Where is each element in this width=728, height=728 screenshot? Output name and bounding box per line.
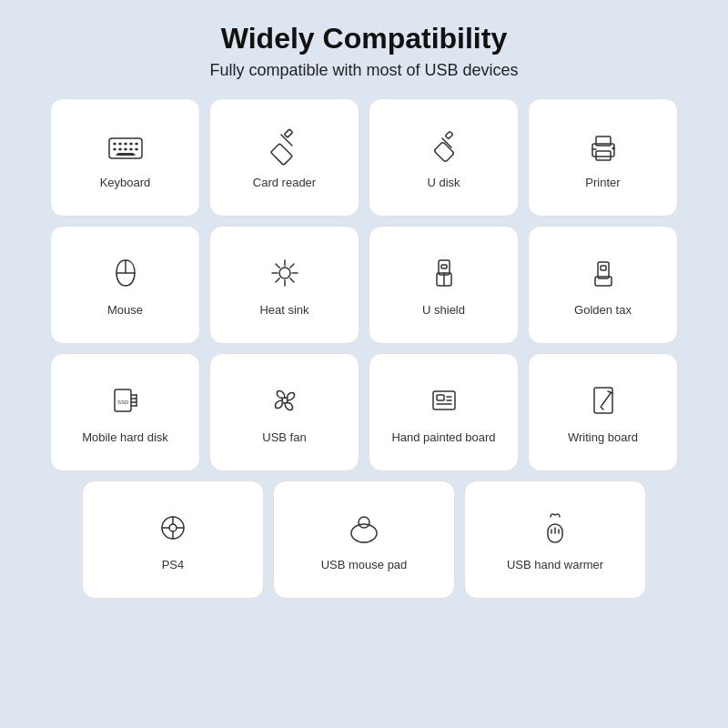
keyboard-icon <box>106 123 146 168</box>
svg-point-17 <box>113 147 116 150</box>
svg-point-19 <box>124 147 126 150</box>
hand-painted-board-label: Hand painted board <box>391 430 495 446</box>
card-usb-fan: USB fan <box>209 353 359 471</box>
ps4-label: PS4 <box>162 558 185 573</box>
golden-tax-label: Golden tax <box>574 303 632 318</box>
card-printer: Printer <box>528 98 678 217</box>
page-subtitle: Fully compatible with most of USB device… <box>209 61 518 80</box>
svg-line-68 <box>601 407 603 410</box>
mobile-hard-disk-label: Mobile hard disk <box>82 430 168 446</box>
card-mouse: Mouse <box>50 226 200 344</box>
writing-board-icon <box>583 378 623 423</box>
card-reader-icon <box>265 123 305 168</box>
printer-label: Printer <box>585 176 620 191</box>
svg-rect-23 <box>270 143 292 165</box>
mouse-label: Mouse <box>107 303 143 318</box>
printer-icon <box>583 123 623 168</box>
usb-fan-icon <box>265 378 305 423</box>
writing-board-label: Writing board <box>568 430 638 446</box>
card-heat-sink: Heat sink <box>209 226 359 344</box>
mouse-icon <box>106 250 146 296</box>
svg-point-13 <box>118 142 121 145</box>
svg-rect-50 <box>601 266 606 270</box>
svg-rect-46 <box>441 265 447 268</box>
card-golden-tax: Golden tax <box>528 226 678 344</box>
svg-rect-22 <box>117 153 134 156</box>
card-writing-board: Writing board <box>528 353 678 471</box>
card-ps4: PS4 <box>82 480 264 599</box>
svg-point-70 <box>169 524 177 531</box>
svg-point-18 <box>118 147 121 150</box>
svg-line-43 <box>289 264 293 268</box>
svg-point-76 <box>359 517 369 528</box>
mobile-hard-disk-icon: SSD <box>106 378 146 423</box>
page-title: Widely Compatibility <box>221 22 507 56</box>
svg-line-41 <box>276 264 279 268</box>
card-u-disk: U disk <box>369 98 519 217</box>
svg-point-16 <box>135 142 137 145</box>
card-usb-hand-warmer: USB hand warmer <box>464 480 646 599</box>
grid-row-4: PS4 USB mouse pad USB han <box>18 480 710 599</box>
grid-row-2: Mouse Heat sink <box>18 226 710 344</box>
device-grid: Keyboard Card reader U disk <box>18 98 710 599</box>
card-usb-mouse-pad: USB mouse pad <box>273 480 455 599</box>
usb-mouse-pad-icon <box>344 505 384 551</box>
card-reader-label: Card reader <box>253 176 316 191</box>
card-hand-painted-board: Hand painted board <box>369 353 519 471</box>
svg-point-12 <box>113 142 116 145</box>
svg-rect-25 <box>284 128 292 136</box>
svg-line-44 <box>276 278 279 281</box>
u-shield-label: U shield <box>422 303 465 318</box>
svg-point-59 <box>282 398 288 403</box>
grid-row-3: SSD Mobile hard disk <box>18 353 710 471</box>
svg-line-67 <box>602 393 611 406</box>
u-disk-icon <box>424 123 464 168</box>
svg-rect-27 <box>445 131 452 138</box>
svg-point-20 <box>129 147 132 150</box>
card-mobile-hard-disk: SSD Mobile hard disk <box>50 353 200 471</box>
svg-rect-31 <box>596 151 611 160</box>
keyboard-label: Keyboard <box>100 176 151 191</box>
svg-text:SSD: SSD <box>117 399 129 405</box>
usb-fan-label: USB fan <box>262 430 306 446</box>
svg-point-36 <box>279 268 290 278</box>
svg-point-75 <box>351 524 377 542</box>
svg-point-33 <box>612 147 614 149</box>
svg-point-21 <box>135 147 137 150</box>
heat-sink-icon <box>265 250 305 296</box>
card-u-shield: U shield <box>369 226 519 344</box>
card-card-reader: Card reader <box>209 98 359 217</box>
u-disk-label: U disk <box>427 176 460 191</box>
svg-rect-61 <box>437 395 444 400</box>
hand-painted-board-icon <box>424 378 464 423</box>
grid-row-1: Keyboard Card reader U disk <box>18 98 710 217</box>
usb-hand-warmer-label: USB hand warmer <box>507 558 603 573</box>
svg-rect-26 <box>433 141 454 162</box>
card-keyboard: Keyboard <box>50 98 200 217</box>
heat-sink-label: Heat sink <box>259 303 308 318</box>
u-shield-icon <box>424 250 464 296</box>
svg-point-15 <box>129 142 132 145</box>
ps4-icon <box>153 505 193 551</box>
golden-tax-icon <box>583 250 623 296</box>
usb-hand-warmer-icon <box>535 505 575 551</box>
svg-point-14 <box>124 142 126 145</box>
svg-line-42 <box>289 278 293 281</box>
usb-mouse-pad-label: USB mouse pad <box>321 558 408 573</box>
